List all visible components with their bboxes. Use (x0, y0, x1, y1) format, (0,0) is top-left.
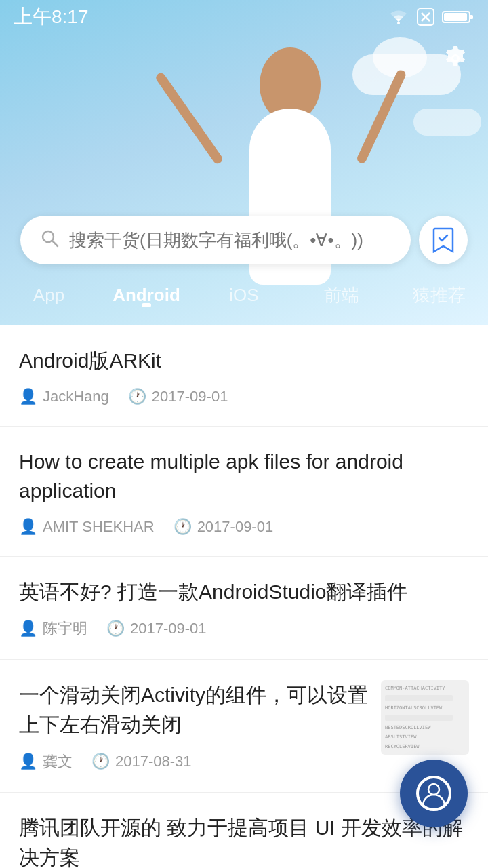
battery-icon (442, 9, 474, 25)
article-item[interactable]: Android版ARKit 👤 JackHang 🕐 2017-09-01 (0, 326, 488, 427)
article-title: 一个滑动关闭Activity的组件，可以设置上下左右滑动关闭 (19, 680, 370, 739)
article-thumbnail: COMMON-ATTACHACTIVITY HORIZONTALSCROLLVI… (381, 680, 469, 755)
gear-icon (441, 43, 470, 73)
cloud-decoration-2 (413, 108, 481, 136)
assistant-icon (419, 778, 449, 808)
article-title: 英语不好? 打造一款AndroidStudio翻译插件 (19, 577, 469, 607)
person-icon: 👤 (19, 753, 37, 770)
search-container (20, 216, 468, 264)
search-input[interactable] (69, 230, 392, 251)
article-date: 🕐 2017-08-31 (92, 753, 192, 770)
article-text: 腾讯团队开源的 致力于提高项目 UI 开发效率的解决方案 👤 代码家 🕐 201… (19, 813, 469, 868)
tab-ios[interactable]: iOS (195, 278, 293, 313)
arm-right (356, 68, 407, 165)
search-icon (39, 228, 60, 253)
tabs-container: App Android iOS 前端 猿推荐 (0, 264, 488, 326)
wifi-icon (388, 9, 409, 24)
bookmark-icon (432, 227, 454, 253)
clock-icon: 🕐 (128, 388, 146, 406)
article-text: Android版ARKit 👤 JackHang 🕐 2017-09-01 (19, 346, 469, 406)
article-date: 🕐 2017-09-01 (174, 518, 274, 536)
svg-rect-6 (444, 13, 467, 21)
article-author: 👤 龚文 (19, 751, 73, 772)
x-icon (416, 7, 435, 26)
article-author: 👤 JackHang (19, 388, 109, 406)
article-meta: 👤 AMIT SHEKHAR 🕐 2017-09-01 (19, 518, 469, 536)
svg-point-9 (428, 784, 439, 795)
article-text: How to create multiple apk files for and… (19, 447, 469, 536)
hero-banner: 上午8:17 (0, 0, 488, 326)
bookmark-button[interactable] (419, 216, 468, 264)
article-author: 👤 AMIT SHEKHAR (19, 518, 155, 536)
status-icons (388, 7, 474, 26)
arm-left (154, 71, 224, 165)
status-bar: 上午8:17 (0, 0, 488, 34)
article-title: 腾讯团队开源的 致力于提高项目 UI 开发效率的解决方案 (19, 813, 469, 868)
svg-point-0 (397, 22, 400, 24)
person-icon: 👤 (19, 518, 37, 536)
person-icon: 👤 (19, 620, 37, 637)
tab-android[interactable]: Android (98, 278, 195, 313)
article-author: 👤 陈宇明 (19, 618, 87, 639)
article-meta: 👤 JackHang 🕐 2017-09-01 (19, 388, 469, 406)
article-title: How to create multiple apk files for and… (19, 447, 469, 506)
tab-frontend[interactable]: 前端 (293, 277, 390, 314)
svg-rect-5 (470, 15, 473, 19)
article-title: Android版ARKit (19, 346, 469, 376)
settings-button[interactable] (438, 41, 473, 76)
person-icon: 👤 (19, 388, 37, 406)
clock-icon: 🕐 (106, 620, 125, 637)
tab-recommended[interactable]: 猿推荐 (390, 277, 488, 314)
article-date: 🕐 2017-09-01 (106, 620, 207, 637)
fab-icon (416, 776, 451, 811)
article-text: 英语不好? 打造一款AndroidStudio翻译插件 👤 陈宇明 🕐 2017… (19, 577, 469, 639)
clock-icon: 🕐 (92, 753, 110, 770)
article-meta: 👤 龚文 🕐 2017-08-31 (19, 751, 370, 772)
article-text: 一个滑动关闭Activity的组件，可以设置上下左右滑动关闭 👤 龚文 🕐 20… (19, 680, 370, 772)
article-meta: 👤 陈宇明 🕐 2017-09-01 (19, 618, 469, 639)
fab-button[interactable] (400, 760, 468, 827)
status-time: 上午8:17 (14, 4, 89, 30)
article-date: 🕐 2017-09-01 (128, 388, 228, 406)
clock-icon: 🕐 (174, 518, 192, 536)
article-item[interactable]: 英语不好? 打造一款AndroidStudio翻译插件 👤 陈宇明 🕐 2017… (0, 557, 488, 660)
svg-line-8 (52, 241, 58, 246)
search-box[interactable] (20, 216, 411, 264)
article-item[interactable]: How to create multiple apk files for and… (0, 427, 488, 557)
tab-app[interactable]: App (0, 278, 98, 313)
